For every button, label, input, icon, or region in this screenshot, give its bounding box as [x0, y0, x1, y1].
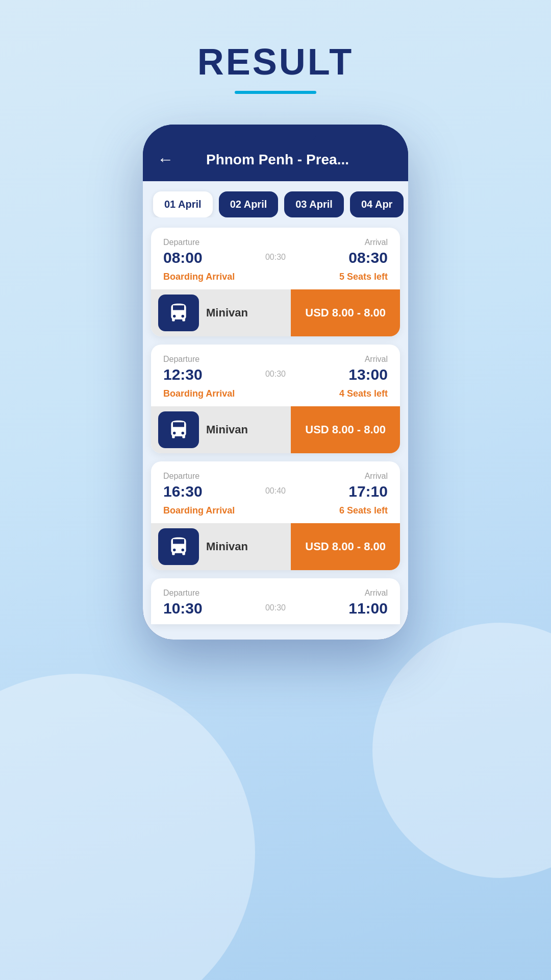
trip-card-3[interactable]: Departure 10:30 00:30 Arrival 11:00: [151, 578, 400, 624]
trip-list: Departure 08:00 00:30 Arrival 08:30 Boar…: [143, 217, 408, 640]
back-button[interactable]: ←: [157, 150, 173, 169]
departure-block-3: Departure 10:30: [163, 589, 203, 617]
arrival-block-2: Arrival 17:10: [348, 472, 388, 500]
meta-row-1: Boarding Arrival 4 Seats left: [163, 388, 388, 399]
trip-card-1[interactable]: Departure 12:30 00:30 Arrival 13:00 Boar…: [151, 345, 400, 453]
times-row-0: Departure 08:00 00:30 Arrival 08:30: [163, 238, 388, 266]
bus-icon: [167, 302, 190, 324]
bg-decoration-2: [372, 623, 551, 878]
trip-card-2[interactable]: Departure 16:30 00:40 Arrival 17:10 Boar…: [151, 461, 400, 570]
arrival-block-3: Arrival 11:00: [348, 589, 388, 617]
date-tabs: 01 April 02 April 03 April 04 Apr: [143, 181, 408, 217]
bg-decoration-1: [0, 674, 255, 980]
header-title: Phnom Penh - Prea...: [182, 152, 373, 168]
departure-block-2: Departure 16:30: [163, 472, 203, 500]
arrival-block-1: Arrival 13:00: [348, 355, 388, 383]
price-button-0[interactable]: USD 8.00 - 8.00: [291, 289, 400, 336]
trip-info-2: Departure 16:30 00:40 Arrival 17:10 Boar…: [151, 461, 400, 523]
phone-mockup: ← Phnom Penh - Prea... 01 April 02 April…: [143, 125, 408, 640]
times-row-3: Departure 10:30 00:30 Arrival 11:00: [163, 589, 388, 617]
date-tab-2[interactable]: 03 April: [284, 191, 344, 217]
vehicle-icon-2: [158, 528, 199, 565]
page-title: RESULT: [197, 41, 354, 83]
vehicle-row-1: Minivan USD 8.00 - 8.00: [151, 406, 400, 453]
bus-icon: [167, 419, 190, 441]
price-button-2[interactable]: USD 8.00 - 8.00: [291, 523, 400, 570]
vehicle-icon-0: [158, 295, 199, 331]
title-underline: [235, 91, 316, 94]
trip-info-3: Departure 10:30 00:30 Arrival 11:00: [151, 578, 400, 624]
times-row-2: Departure 16:30 00:40 Arrival 17:10: [163, 472, 388, 500]
meta-row-0: Boarding Arrival 5 Seats left: [163, 272, 388, 282]
vehicle-row-0: Minivan USD 8.00 - 8.00: [151, 289, 400, 336]
date-tab-3[interactable]: 04 Apr: [350, 191, 404, 217]
departure-block-0: Departure 08:00: [163, 238, 203, 266]
price-button-1[interactable]: USD 8.00 - 8.00: [291, 406, 400, 453]
arrival-block-0: Arrival 08:30: [348, 238, 388, 266]
date-tab-0[interactable]: 01 April: [153, 191, 213, 217]
trip-info-0: Departure 08:00 00:30 Arrival 08:30 Boar…: [151, 228, 400, 289]
trip-info-1: Departure 12:30 00:30 Arrival 13:00 Boar…: [151, 345, 400, 406]
vehicle-icon-1: [158, 411, 199, 448]
times-row-1: Departure 12:30 00:30 Arrival 13:00: [163, 355, 388, 383]
phone-notch: [235, 125, 316, 143]
trip-card-0[interactable]: Departure 08:00 00:30 Arrival 08:30 Boar…: [151, 228, 400, 336]
departure-block-1: Departure 12:30: [163, 355, 203, 383]
meta-row-2: Boarding Arrival 6 Seats left: [163, 505, 388, 516]
vehicle-row-2: Minivan USD 8.00 - 8.00: [151, 523, 400, 570]
bus-icon: [167, 535, 190, 558]
date-tab-1[interactable]: 02 April: [219, 191, 279, 217]
